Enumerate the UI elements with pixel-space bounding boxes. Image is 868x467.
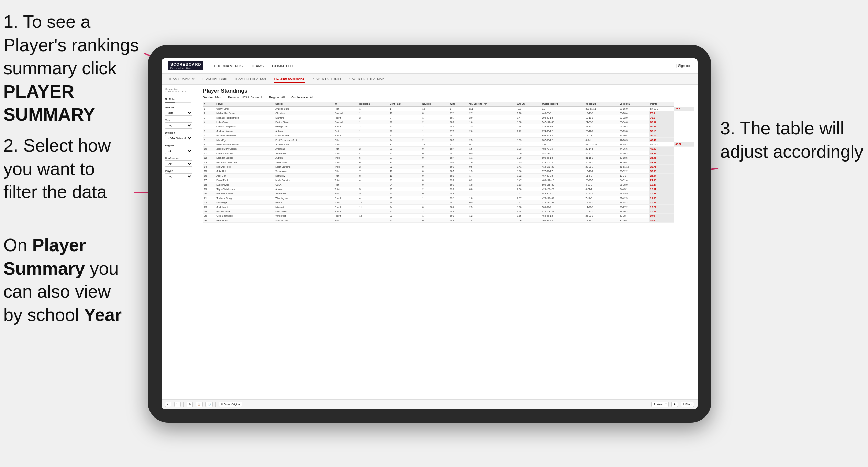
sign-out-link[interactable]: | Sign out xyxy=(676,64,691,68)
cell-22-2: Missouri xyxy=(274,205,333,209)
cell-25-5: 25 xyxy=(389,218,421,223)
table-row: 5Christo LamprechtGeorgia TechFourth2212… xyxy=(203,124,694,129)
logo-line1: SCOREBOARD xyxy=(170,62,201,67)
main-nav: TOURNAMENTS TEAMS COMMITTEE xyxy=(213,63,676,69)
gender-select[interactable]: Men xyxy=(165,110,192,116)
cell-4-1: Christo Lamprecht xyxy=(215,124,274,129)
redo-btn[interactable]: ↪ xyxy=(174,402,181,407)
cell-16-12: 54-51-4 xyxy=(618,178,649,182)
gender-display: Gender: Men xyxy=(203,96,221,99)
cell-4-11: 27-10-2 xyxy=(584,124,619,129)
cell-16-6: 0 xyxy=(421,178,448,182)
cell-11-7: 68.4 xyxy=(448,156,467,160)
division-select[interactable]: NCAA Division I xyxy=(165,135,192,141)
cell-6-9: 2.01 xyxy=(515,133,541,138)
download-btn[interactable]: ⬇ xyxy=(671,402,678,407)
content-area: Update time: 27/03/2024 16:56:26 No Rds.… xyxy=(162,85,698,399)
cell-11-1: Brendan Valdes xyxy=(215,156,274,160)
undo-btn[interactable]: ↩ xyxy=(165,402,171,407)
cell-15-9: 1.92 xyxy=(515,174,541,178)
cell-7-1: Mats Ege xyxy=(215,138,274,142)
cell-6-4: 1 xyxy=(358,133,389,138)
cell-2-4: 2 xyxy=(358,115,389,120)
subnav-player-summary[interactable]: PLAYER SUMMARY xyxy=(274,75,305,83)
cell-17-2: UCLA xyxy=(274,182,333,187)
table-filters-row: Gender: Men Division: NCAA Division I Re… xyxy=(203,96,694,99)
cell-6-7: 68.2 xyxy=(448,133,467,138)
col-yr: Yr xyxy=(333,102,358,107)
copy-btn[interactable]: ⧉ xyxy=(187,402,193,407)
cell-10-0: 11 xyxy=(203,151,215,156)
cell-17-3: First xyxy=(333,182,358,187)
cell-18-1: Tiger Christensen xyxy=(215,187,274,191)
cell-10-5: 21 xyxy=(389,151,421,156)
cell-18-13: 18.81 xyxy=(649,187,674,191)
cell-12-10: 628-150-30 xyxy=(541,160,584,165)
table-row: 20Matthew RiedelVanderbiltFifth923068.8-… xyxy=(203,191,694,196)
bottom-toolbar: ↩ ↪ ⧉ 📋 🕐 👁 View: Original 👁 Watch ▾ ⬇ ⤴… xyxy=(162,399,698,409)
region-filter-label: Region xyxy=(165,144,199,147)
cell-2-1: Michael Thorbjornsen xyxy=(215,115,274,120)
cell-14-3: Fifth xyxy=(333,169,358,174)
cell-12-2: Texas A&M xyxy=(274,160,333,165)
cell-22-7: 68.6 xyxy=(448,205,467,209)
cell-1-9: 3.10 xyxy=(515,111,541,115)
cell-21-0: 22 xyxy=(203,200,215,205)
division-display: Division: NCAA Division I xyxy=(228,96,262,99)
cell-7-2: East Tennessee State xyxy=(274,138,333,142)
cell-11-0: 12 xyxy=(203,156,215,160)
cell-23-1: Bastien Amat xyxy=(215,209,274,214)
cell-12-4: 6 xyxy=(358,160,389,165)
no-rds-group: No Rds. xyxy=(165,98,199,103)
region-select[interactable]: N/k xyxy=(165,148,192,154)
cell-20-9: 0.87 xyxy=(515,196,541,200)
cell-2-12: 22-22-0 xyxy=(618,115,649,120)
cell-8-7: 1 xyxy=(448,142,467,147)
watch-icon: 👁 xyxy=(653,403,656,406)
slider-container xyxy=(165,102,199,103)
cell-4-5: 21 xyxy=(389,124,421,129)
cell-11-12: 50-18-5 xyxy=(618,156,649,160)
cell-25-1: Petr Hruby xyxy=(215,218,274,223)
nav-right: | Sign out xyxy=(676,64,691,68)
cell-5-6: 1 xyxy=(421,129,448,133)
clock-btn[interactable]: 🕐 xyxy=(205,402,213,407)
conference-select[interactable]: (All) xyxy=(165,160,192,167)
cell-15-4: 8 xyxy=(358,174,389,178)
cell-23-2: New Mexico xyxy=(274,209,333,214)
cell-22-6: 0 xyxy=(421,205,448,209)
cell-15-0: 16 xyxy=(203,174,215,178)
cell-5-4: 1 xyxy=(358,129,389,133)
view-icon: 👁 xyxy=(221,403,223,406)
year-select[interactable]: (All) xyxy=(165,122,192,129)
cell-21-12: 29-38-2 xyxy=(618,200,649,205)
subnav-team-summary[interactable]: TEAM SUMMARY xyxy=(168,75,195,83)
cell-1-8: -2.7 xyxy=(467,111,516,115)
cell-9-9: 1.73 xyxy=(515,147,541,151)
subnav-player-h2h-heatmap[interactable]: PLAYER H2H HEATMAP xyxy=(348,75,384,83)
player-select[interactable]: (All) xyxy=(165,173,192,179)
cell-1-0: 2 xyxy=(203,111,215,115)
cell-2-0: 3 xyxy=(203,115,215,120)
cell-23-12: 19-16-2 xyxy=(618,209,649,214)
view-btn[interactable]: 👁 View: Original xyxy=(219,402,242,407)
share-btn[interactable]: ⤴ Share xyxy=(681,402,694,407)
cell-3-4: 1 xyxy=(358,120,389,124)
watch-btn[interactable]: 👁 Watch ▾ xyxy=(651,402,669,407)
nav-teams[interactable]: TEAMS xyxy=(251,63,264,69)
cell-24-6: 1 xyxy=(421,214,448,218)
cell-23-9: 0.74 xyxy=(515,209,541,214)
nav-tournaments[interactable]: TOURNAMENTS xyxy=(213,63,243,69)
cell-1-6: 0 xyxy=(421,111,448,115)
subnav-team-h2h-grid[interactable]: TEAM H2H GRID xyxy=(202,75,227,83)
subnav-team-h2h-heatmap[interactable]: TEAM H2H HEATMAP xyxy=(234,75,267,83)
nav-committee[interactable]: COMMITTEE xyxy=(272,63,295,69)
table-row: 25Cole SherwoodVanderbiltFourth1223169.3… xyxy=(203,214,694,218)
cell-20-4: 4 xyxy=(358,196,389,200)
cell-9-3: Fifth xyxy=(333,147,358,151)
paste-btn[interactable]: 📋 xyxy=(196,402,203,407)
subnav-player-h2h-grid[interactable]: PLAYER H2H GRID xyxy=(312,75,341,83)
cell-12-1: Phichaksn Maichon xyxy=(215,160,274,165)
cell-5-10: 674-33-12 xyxy=(541,129,584,133)
table-row: 22Ian GilliganFloridaThird1024168.7-0.91… xyxy=(203,200,694,205)
